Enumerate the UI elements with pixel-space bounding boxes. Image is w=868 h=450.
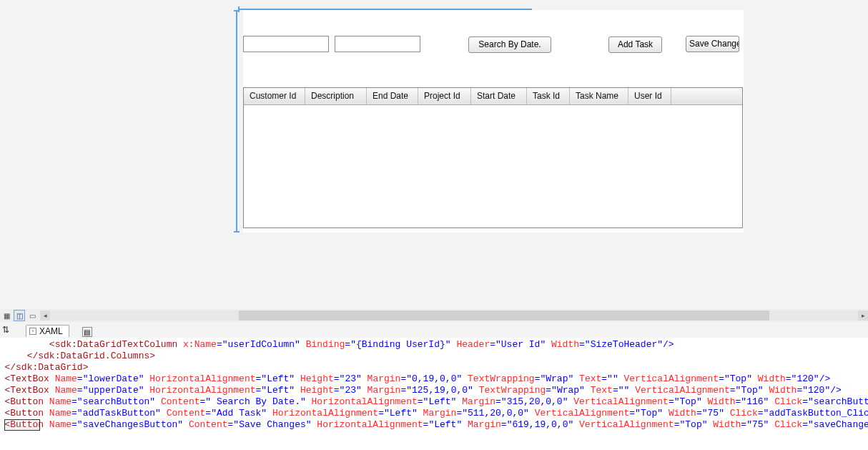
scroll-left-arrow-icon[interactable]: ◂: [40, 310, 50, 321]
scrollbar-thumb[interactable]: [239, 310, 769, 321]
ruler-vertical: [236, 10, 237, 233]
col-customer-id[interactable]: Customer Id: [244, 88, 305, 104]
layout-vertical-icon[interactable]: ◫: [14, 310, 25, 321]
tab-xaml-label: XAML: [39, 326, 63, 336]
col-user-id[interactable]: User Id: [628, 88, 671, 104]
upperdate-textbox[interactable]: [335, 36, 420, 52]
lowerdate-textbox[interactable]: [243, 36, 329, 52]
editor-tabs: ▫ XAML ▤: [26, 325, 92, 337]
datagrid-body[interactable]: [244, 105, 742, 228]
col-task-name[interactable]: Task Name: [570, 88, 628, 104]
col-filler: [671, 88, 742, 104]
horizontal-scrollbar[interactable]: ◂ ▸: [40, 310, 868, 321]
scroll-right-arrow-icon[interactable]: ▸: [858, 310, 868, 321]
code-content: <sdk:DataGridTextColumn x:Name="userIdCo…: [0, 338, 868, 450]
swap-panes-icon[interactable]: ▭: [26, 310, 38, 321]
search-by-date-button[interactable]: Search By Date.: [468, 36, 551, 53]
datagrid-header: Customer Id Description End Date Project…: [244, 88, 742, 105]
designer-splitter-toolbar[interactable]: ▦ ◫ ▭ ◂ ▸: [0, 309, 868, 322]
col-task-id[interactable]: Task Id: [527, 88, 570, 104]
design-surface[interactable]: Search By Date. Add Task Save Changes Cu…: [243, 10, 744, 233]
sync-views-icon[interactable]: ⇅: [2, 325, 9, 335]
col-description[interactable]: Description: [305, 88, 367, 104]
pin-icon[interactable]: ▫: [29, 328, 36, 335]
col-end-date[interactable]: End Date: [367, 88, 418, 104]
tab-xaml[interactable]: ▫ XAML: [26, 325, 69, 337]
tasks-datagrid[interactable]: Customer Id Description End Date Project…: [243, 87, 743, 228]
save-changes-button[interactable]: Save Changes: [686, 36, 739, 52]
designer-pane: Search By Date. Add Task Save Changes Cu…: [0, 0, 868, 309]
add-task-button[interactable]: Add Task: [608, 36, 662, 53]
col-project-id[interactable]: Project Id: [418, 88, 471, 104]
layout-horizontal-icon[interactable]: ▦: [1, 310, 12, 321]
xaml-code-editor[interactable]: <sdk:DataGridTextColumn x:Name="userIdCo…: [0, 338, 868, 450]
document-outline-icon[interactable]: ▤: [82, 327, 92, 337]
col-start-date[interactable]: Start Date: [471, 88, 527, 104]
